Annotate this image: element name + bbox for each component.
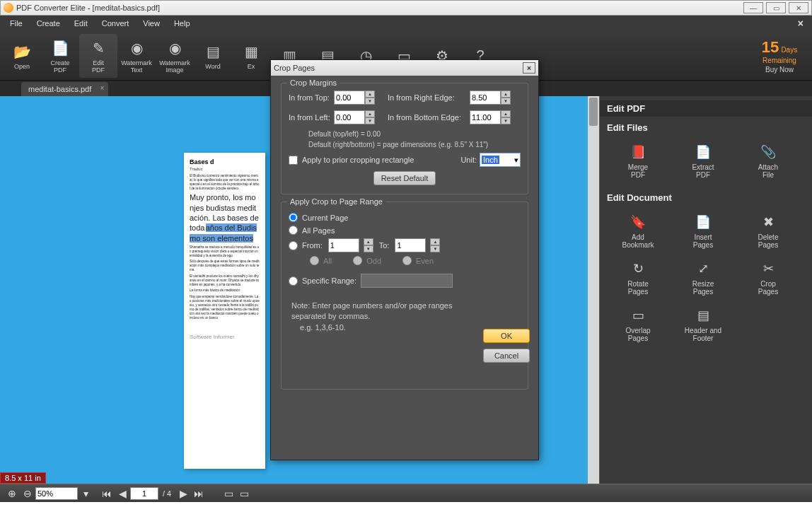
page-input[interactable]	[130, 487, 158, 500]
apply-prior-checkbox[interactable]	[289, 156, 298, 165]
menu-create[interactable]: Create	[30, 19, 67, 28]
doc-item-icon: ⤢	[694, 260, 712, 278]
ok-button[interactable]: OK	[483, 329, 530, 343]
sidebar-doc-item[interactable]: 📄Insert Pages	[671, 207, 736, 254]
sidebar-file-item[interactable]: 📄Extract PDF	[671, 137, 736, 184]
file-item-icon: 📎	[759, 143, 777, 161]
crop-margins-group: Crop Margins In from Top: ▲▼ In from Rig…	[281, 83, 528, 194]
menu-file[interactable]: File	[3, 19, 30, 28]
folder-icon: 📂	[11, 41, 33, 62]
next-page-icon[interactable]: ▶	[177, 487, 190, 500]
open-button[interactable]: 📂Open	[3, 34, 41, 78]
sidebar-doc-header: Edit Document	[600, 187, 812, 204]
menu-edit[interactable]: Edit	[67, 19, 95, 28]
sidebar-file-item[interactable]: 📕Merge PDF	[605, 137, 671, 184]
sidebar: Edit PDF Edit Files 📕Merge PDF📄Extract P…	[600, 96, 812, 484]
page-heading: Bases d	[190, 158, 260, 165]
file-item-icon: 📄	[694, 143, 712, 161]
maximize-button[interactable]: ▭	[766, 2, 786, 13]
page-total: / 4	[163, 489, 171, 498]
sidebar-file-item[interactable]: 📎Attach File	[736, 137, 801, 184]
watermark-text: Software Informer	[190, 334, 260, 340]
from-radio[interactable]	[289, 241, 298, 250]
doc-item-icon: ✖	[759, 213, 777, 231]
menu-close-doc[interactable]: ×	[792, 18, 809, 29]
dialog-titlebar: Crop Pages ×	[271, 60, 538, 76]
watermark-text-button[interactable]: ◉Watermark Text	[117, 34, 156, 78]
sidebar-doc-item[interactable]: ✂Crop Pages	[736, 254, 801, 301]
doc-item-icon: ↻	[629, 260, 647, 278]
prev-page-icon[interactable]: ◀	[116, 487, 129, 500]
sidebar-files-header: Edit Files	[600, 117, 812, 134]
drop-icon: ◉	[164, 37, 185, 59]
trial-notice[interactable]: 15 Days Remaining Buy Now	[750, 38, 809, 74]
sidebar-title: Edit PDF	[600, 100, 812, 117]
file-tab-label: meditat-basics.pdf	[28, 85, 91, 93]
all-pages-radio[interactable]	[289, 226, 298, 235]
cancel-button[interactable]: Cancel	[483, 349, 530, 363]
menubar: File Create Edit Convert View Help ×	[0, 16, 812, 31]
doc-item-icon: 📄	[694, 213, 712, 231]
last-page-icon[interactable]: ⏭	[192, 487, 205, 500]
bottom-bar: ⊕ ⊖ ▾ ⏮ ◀ / 4 ▶ ⏭ ▭ ▭	[0, 484, 812, 502]
first-page-icon[interactable]: ⏮	[100, 487, 113, 500]
file-item-icon: 📕	[629, 143, 647, 161]
from-input[interactable]: ▲▼	[328, 238, 373, 252]
view-mode-1-icon[interactable]: ▭	[222, 487, 235, 500]
menu-view[interactable]: View	[136, 19, 167, 28]
specific-range-radio[interactable]	[289, 276, 298, 286]
sidebar-doc-item[interactable]: ▤Header and Footer	[671, 301, 736, 347]
file-title: [meditat-basics.pdf]	[93, 4, 160, 12]
tab-close-icon[interactable]: ×	[100, 84, 104, 92]
app-title: PDF Converter Elite	[16, 4, 86, 12]
dialog-title: Crop Pages	[274, 64, 315, 72]
pdf-page: Bases d Traduc El Budismo comenzó sentim…	[184, 153, 265, 469]
sidebar-doc-item[interactable]: ✖Delete Pages	[736, 207, 801, 254]
excel-button[interactable]: ▦Ex	[232, 34, 270, 78]
sidebar-doc-item[interactable]: ▭Overlap Pages	[605, 301, 671, 347]
sub-all-radio	[310, 256, 319, 265]
doc-item-icon: ✂	[759, 260, 777, 278]
create-pdf-button[interactable]: 📄Create PDF	[41, 34, 79, 78]
doc-item-icon: ▭	[629, 306, 647, 325]
in-from-left-input[interactable]: ▲▼	[334, 110, 375, 124]
in-from-right-input[interactable]: ▲▼	[470, 91, 511, 105]
sidebar-doc-item[interactable]: ⤢Resize Pages	[671, 254, 736, 301]
minimize-button[interactable]: —	[743, 2, 763, 13]
page-size-badge: 8.5 x 11 in	[0, 472, 46, 484]
scrollbar-thumb[interactable]	[589, 98, 598, 126]
pdf-icon: 📄	[50, 37, 71, 59]
crop-pages-dialog: Crop Pages × Crop Margins In from Top: ▲…	[270, 59, 539, 460]
dialog-close-button[interactable]: ×	[523, 62, 535, 74]
file-tab[interactable]: meditat-basics.pdf ×	[21, 82, 108, 96]
current-page-radio[interactable]	[289, 213, 298, 222]
menu-help[interactable]: Help	[167, 19, 197, 28]
edit-pdf-button[interactable]: ✎Edit PDF	[79, 34, 117, 78]
word-button[interactable]: ▤Word	[194, 34, 232, 78]
menu-convert[interactable]: Convert	[95, 19, 137, 28]
watermark-image-button[interactable]: ◉Watermark Image	[156, 34, 194, 78]
in-from-bottom-input[interactable]: ▲▼	[470, 110, 511, 124]
zoom-out-icon[interactable]: ⊖	[21, 487, 34, 500]
close-button[interactable]: ✕	[789, 2, 808, 13]
specific-range-input[interactable]	[361, 274, 453, 288]
view-mode-2-icon[interactable]: ▭	[238, 487, 250, 500]
zoom-input[interactable]	[35, 487, 78, 500]
sub-odd-radio	[353, 256, 362, 265]
app-logo-icon	[4, 3, 13, 13]
grid-icon: ▦	[240, 41, 262, 62]
sidebar-doc-item[interactable]: ↻Rotate Pages	[605, 254, 671, 301]
to-input[interactable]: ▲▼	[395, 238, 440, 252]
unit-select[interactable]: Inch▾	[480, 153, 521, 167]
doc-icon: ▤	[202, 41, 224, 62]
titlebar: PDF Converter Elite - [meditat-basics.pd…	[0, 0, 812, 16]
reset-default-button[interactable]: Reset Default	[373, 171, 436, 185]
sidebar-doc-item[interactable]: 🔖Add Bookmark	[605, 207, 671, 254]
in-from-top-input[interactable]: ▲▼	[334, 91, 375, 105]
doc-item-icon: ▤	[694, 306, 712, 325]
vertical-scrollbar[interactable]	[588, 96, 599, 484]
zoom-in-icon[interactable]: ⊕	[6, 487, 18, 500]
doc-item-icon: 🔖	[629, 213, 647, 231]
dropdown-icon[interactable]: ▾	[79, 487, 92, 500]
pen-icon: ✎	[88, 37, 109, 59]
